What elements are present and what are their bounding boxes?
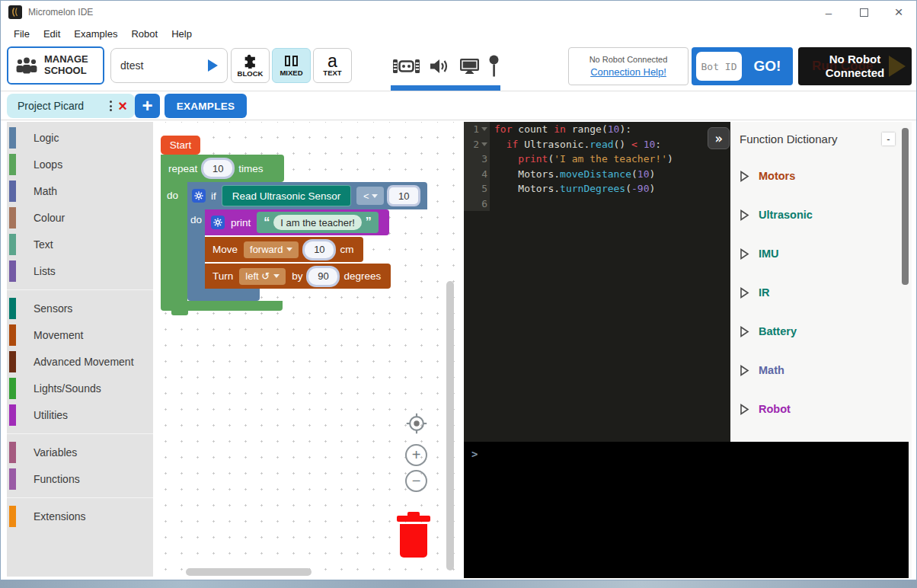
trash-icon[interactable] bbox=[397, 512, 430, 558]
block-turn[interactable]: Turn left ↺ by 90 degrees bbox=[205, 264, 391, 289]
toolbox-category-loops[interactable]: Loops bbox=[7, 154, 153, 175]
code-line-3[interactable]: 3 print('I am the teacher!') bbox=[464, 152, 730, 167]
connect-by-id-group: Bot ID GO! bbox=[692, 47, 793, 85]
turn-direction-dropdown[interactable]: left ↺ bbox=[239, 268, 286, 285]
toolbox-category-extensions[interactable]: Extensions bbox=[7, 506, 153, 527]
tab-close-icon[interactable]: × bbox=[118, 99, 127, 113]
dict-item-math[interactable]: Math bbox=[740, 362, 912, 379]
dict-item-robot[interactable]: Robot bbox=[740, 401, 912, 417]
repeat-count-field[interactable]: 10 bbox=[203, 160, 232, 177]
menu-examples[interactable]: Examples bbox=[67, 26, 124, 42]
toolbox-category-math[interactable]: Math bbox=[7, 181, 153, 202]
toolbox-category-advanced-movement[interactable]: Advanced Movement bbox=[7, 351, 153, 372]
add-tab-button[interactable]: + bbox=[135, 94, 160, 118]
category-label: Lights/Sounds bbox=[34, 382, 101, 395]
light-icon[interactable] bbox=[489, 55, 499, 78]
toolbox-category-sensors[interactable]: Sensors bbox=[7, 298, 153, 319]
toolbox-category-functions[interactable]: Functions bbox=[7, 468, 153, 490]
chevron-down-icon bbox=[273, 274, 280, 278]
window-title: Micromelon IDE bbox=[28, 7, 93, 18]
string-value-field[interactable]: I am the teacher! bbox=[273, 215, 362, 230]
workspace-horizontal-scrollbar[interactable] bbox=[186, 568, 312, 576]
dict-item-ultrasonic[interactable]: Ultrasonic bbox=[740, 206, 912, 223]
zoom-in-button[interactable]: + bbox=[405, 444, 427, 466]
screen-icon[interactable] bbox=[458, 57, 481, 75]
toolbox-category-movement[interactable]: Movement bbox=[7, 324, 153, 346]
comparison-operator-dropdown[interactable]: < bbox=[356, 187, 384, 205]
mutator-gear-icon[interactable] bbox=[211, 216, 225, 229]
block-print[interactable]: print “ I am the teacher! ” bbox=[205, 209, 389, 235]
zoom-reset-button[interactable] bbox=[405, 412, 428, 438]
run-button-label: No Robot Connected bbox=[813, 53, 897, 80]
menu-help[interactable]: Help bbox=[165, 26, 199, 42]
tab-project-picard[interactable]: Project Picard × bbox=[7, 94, 135, 118]
turn-degrees-field[interactable]: 90 bbox=[308, 268, 337, 285]
app-window: Micromelon IDE – × FileEditExamplesRobot… bbox=[0, 0, 917, 580]
toolbar: MANAGE SCHOOL dtest BLOCK MIXED a TEXT bbox=[1, 43, 916, 91]
go-button[interactable]: GO! bbox=[749, 58, 785, 75]
open-project-icon[interactable] bbox=[208, 59, 218, 72]
repeat-label: repeat bbox=[168, 163, 197, 174]
mode-mixed-button[interactable]: MIXED bbox=[272, 48, 311, 83]
print-label: print bbox=[231, 217, 251, 228]
toolbox-category-text[interactable]: Text bbox=[7, 234, 153, 255]
block-move[interactable]: Move forward 10 cm bbox=[205, 237, 363, 262]
examples-button[interactable]: EXAMPLES bbox=[165, 94, 247, 118]
manage-school-button[interactable]: MANAGE SCHOOL bbox=[7, 46, 104, 85]
block-repeat[interactable]: repeat 10 times do bbox=[161, 155, 427, 315]
minimize-panel-button[interactable]: - bbox=[882, 133, 895, 145]
dict-item-label: Math bbox=[759, 364, 784, 376]
dict-item-label: Robot bbox=[759, 403, 791, 415]
expand-editor-button[interactable]: » bbox=[708, 127, 730, 149]
run-code-button[interactable]: Run Code No Robot Connected bbox=[798, 47, 912, 85]
toolbox-category-utilities[interactable]: Utilities bbox=[7, 404, 153, 426]
mutator-gear-icon[interactable] bbox=[192, 189, 206, 203]
fold-arrow-icon[interactable] bbox=[481, 127, 487, 131]
toolbox-category-lists[interactable]: Lists bbox=[7, 260, 153, 282]
menu-edit[interactable]: Edit bbox=[37, 26, 67, 42]
minimize-button[interactable]: – bbox=[811, 1, 846, 24]
dict-item-ir[interactable]: IR bbox=[740, 284, 912, 301]
bot-id-input[interactable]: Bot ID bbox=[696, 52, 742, 81]
maximize-button[interactable] bbox=[846, 1, 881, 24]
zoom-out-button[interactable]: − bbox=[405, 470, 427, 492]
block-read-ultrasonic[interactable]: Read Ultrasonic Sensor bbox=[222, 185, 352, 206]
toolbox-category-variables[interactable]: Variables bbox=[7, 442, 153, 463]
code-line-5[interactable]: 5 Motors.turnDegrees(-90) bbox=[464, 181, 730, 197]
close-button[interactable]: × bbox=[881, 1, 916, 24]
block-start[interactable]: Start bbox=[161, 136, 200, 155]
project-selector[interactable]: dtest bbox=[110, 48, 228, 83]
mode-block-button[interactable]: BLOCK bbox=[231, 48, 270, 83]
dict-item-battery[interactable]: Battery bbox=[740, 323, 912, 340]
toolbox-category-colour[interactable]: Colour bbox=[7, 207, 153, 228]
code-line-6[interactable]: 6 bbox=[464, 197, 730, 212]
console-panel[interactable]: > bbox=[464, 442, 909, 578]
dict-item-motors[interactable]: Motors bbox=[740, 168, 912, 184]
category-label: Colour bbox=[34, 212, 65, 224]
workspace-vertical-scrollbar[interactable] bbox=[446, 281, 454, 570]
dict-item-imu[interactable]: IMU bbox=[740, 245, 912, 262]
code-line-4[interactable]: 4 Motors.moveDistance(10) bbox=[464, 167, 730, 182]
if-compare-value-field[interactable]: 10 bbox=[389, 187, 418, 204]
menu-file[interactable]: File bbox=[7, 26, 37, 42]
code-line-2[interactable]: 2 if Ultrasonic.read() < 10: bbox=[464, 137, 730, 152]
dictionary-scrollbar[interactable] bbox=[902, 128, 909, 285]
toolbox-category-lights-sounds[interactable]: Lights/Sounds bbox=[7, 378, 153, 399]
code-editor[interactable]: 1for count in range(10):2 if Ultrasonic.… bbox=[464, 122, 730, 442]
code-line-1[interactable]: 1for count in range(10): bbox=[464, 122, 730, 137]
code-text: for count in range(10): bbox=[490, 123, 631, 135]
fold-arrow-icon[interactable] bbox=[481, 142, 487, 146]
toolbox-category-logic[interactable]: Logic bbox=[7, 127, 153, 149]
speaker-icon[interactable] bbox=[429, 57, 449, 75]
toolbox-separator bbox=[7, 433, 153, 434]
menu-robot[interactable]: Robot bbox=[124, 26, 165, 42]
connection-help-link[interactable]: Connection Help! bbox=[590, 66, 666, 78]
move-distance-field[interactable]: 10 bbox=[305, 241, 334, 258]
robot-icon[interactable] bbox=[392, 57, 420, 75]
mode-text-button[interactable]: a TEXT bbox=[313, 48, 352, 83]
move-direction-dropdown[interactable]: forward bbox=[244, 241, 299, 258]
block-workspace[interactable]: Start repeat 10 times do bbox=[153, 122, 455, 578]
tab-menu-icon[interactable] bbox=[104, 101, 118, 111]
block-if[interactable]: if Read Ultrasonic Sensor < 10 do bbox=[187, 182, 427, 301]
block-string[interactable]: “ I am the teacher! ” bbox=[257, 212, 379, 233]
